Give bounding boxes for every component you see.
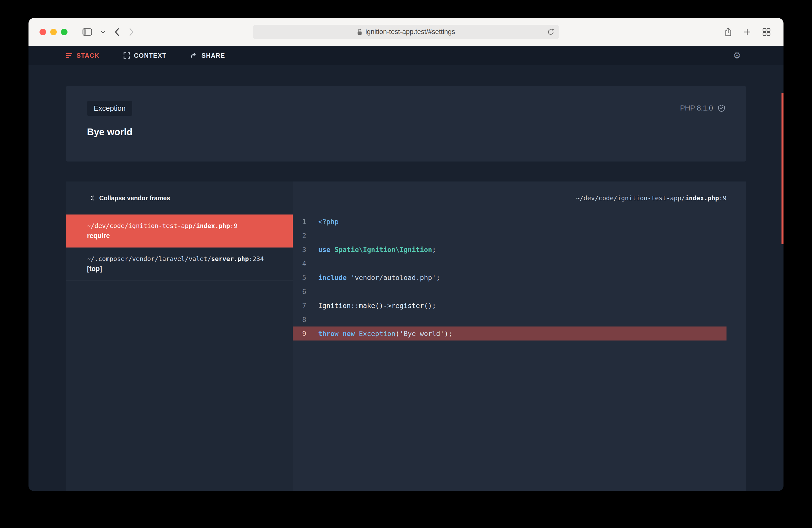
tab-stack[interactable]: STACK [66, 52, 100, 59]
chevron-down-icon[interactable] [101, 30, 105, 34]
close-window-button[interactable] [40, 29, 46, 35]
browser-toolbar: ignition-test-app.test/#settings [29, 18, 783, 46]
line-number: 2 [293, 232, 306, 239]
frame-method: require [87, 232, 293, 240]
sidebar-toggle-icon[interactable] [83, 28, 92, 36]
tab-context[interactable]: CONTEXT [124, 52, 166, 59]
share-arrow-icon [190, 53, 198, 59]
collapse-icon [90, 195, 95, 201]
collapse-vendor-frames-label: Collapse vendor frames [99, 194, 170, 202]
stack-frames-panel: Collapse vendor frames ~/dev/code/igniti… [66, 181, 293, 491]
frame-path: ~/.composer/vendor/laravel/valet/server.… [87, 255, 293, 263]
code-viewer-panel: ~/dev/code/ignition-test-app/index.php:9… [293, 181, 746, 491]
line-number: 6 [293, 288, 306, 295]
main-content: Exception Bye world PHP 8.1.0 Collapse v… [29, 65, 783, 491]
tab-context-label: CONTEXT [134, 52, 166, 59]
stack-trace-section: Collapse vendor frames ~/dev/code/igniti… [66, 181, 746, 491]
code-line: 5include 'vendor/autoload.php'; [293, 270, 726, 284]
back-button[interactable] [114, 28, 120, 36]
lock-icon [357, 29, 362, 35]
share-report-button[interactable]: SHARE [190, 52, 225, 59]
zoom-window-button[interactable] [61, 29, 68, 35]
code-line: 1<?php [293, 215, 726, 229]
frame-path: ~/dev/code/ignition-test-app/index.php:9 [87, 222, 293, 230]
code-line: 7Ignition::make()->register(); [293, 298, 726, 312]
traffic-lights [29, 29, 68, 35]
code-line: 6 [293, 284, 726, 298]
reload-icon[interactable] [547, 27, 555, 37]
exception-type-badge: Exception [87, 101, 132, 116]
settings-gear-icon[interactable]: ⚙ [733, 51, 741, 60]
line-number: 8 [293, 316, 306, 323]
tab-overview-icon[interactable] [763, 28, 770, 36]
stack-lines-icon [66, 53, 72, 59]
forward-button[interactable] [129, 28, 134, 36]
line-number: 7 [293, 302, 306, 309]
line-number: 9 [293, 330, 306, 337]
line-number: 1 [293, 218, 306, 225]
address-bar[interactable]: ignition-test-app.test/#settings [253, 25, 559, 39]
code-line: 4 [293, 256, 726, 270]
line-number: 4 [293, 260, 306, 267]
php-version-label: PHP 8.1.0 [680, 104, 713, 112]
share-report-label: SHARE [202, 52, 225, 59]
code-lines: 1<?php23use Spatie\Ignition\Ignition;45i… [293, 215, 746, 340]
frame-method: [top] [87, 265, 293, 273]
code-line: 2 [293, 229, 726, 243]
new-tab-icon[interactable] [743, 28, 751, 36]
exception-card: Exception Bye world PHP 8.1.0 [66, 86, 746, 161]
code-line: 3use Spatie\Ignition\Ignition; [293, 243, 726, 256]
tab-stack-label: STACK [76, 52, 100, 59]
app-navbar: STACK CONTEXT SHARE ⚙ [29, 46, 783, 65]
collapse-vendor-frames-button[interactable]: Collapse vendor frames [90, 194, 170, 202]
stack-frame[interactable]: ~/dev/code/ignition-test-app/index.php:9… [66, 215, 293, 248]
minimize-window-button[interactable] [50, 29, 57, 35]
context-brackets-icon [124, 52, 130, 59]
line-number: 3 [293, 246, 306, 253]
flare-icon [718, 104, 725, 112]
share-icon[interactable] [725, 27, 732, 37]
browser-window: ignition-test-app.test/#settings STACK [29, 18, 783, 491]
code-line: 9throw new Exception('Bye world'); [293, 326, 726, 340]
code-line: 8 [293, 312, 726, 326]
exception-message: Bye world [87, 127, 725, 137]
url-text: ignition-test-app.test/#settings [365, 28, 455, 36]
code-file-header: ~/dev/code/ignition-test-app/index.php:9 [293, 181, 746, 215]
scrollbar-thumb[interactable] [782, 93, 783, 244]
stack-frame[interactable]: ~/.composer/vendor/laravel/valet/server.… [66, 248, 293, 280]
line-number: 5 [293, 274, 306, 281]
